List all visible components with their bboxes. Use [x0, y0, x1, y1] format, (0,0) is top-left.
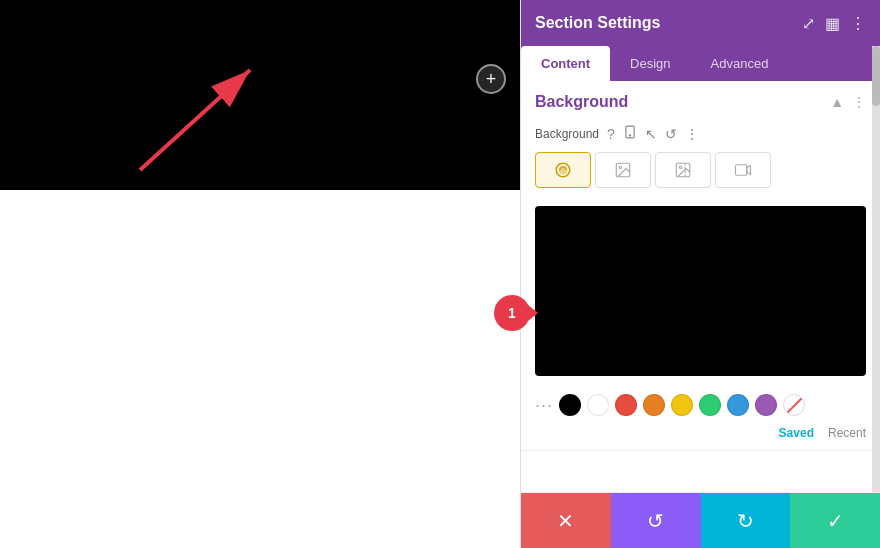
- swatch-black[interactable]: [559, 394, 581, 416]
- tab-design[interactable]: Design: [610, 46, 690, 81]
- saved-tab[interactable]: Saved: [779, 426, 814, 440]
- tab-content[interactable]: Content: [521, 46, 610, 81]
- bg-type-image-button[interactable]: [595, 152, 651, 188]
- panel-header: Section Settings ⤢ ▦ ⋮: [521, 0, 880, 46]
- swatches-row: ···: [521, 384, 880, 426]
- confirm-button[interactable]: ✓: [790, 493, 880, 548]
- bg-row-more-icon[interactable]: ⋮: [685, 126, 699, 142]
- cursor-icon[interactable]: ↖: [645, 126, 657, 142]
- swatch-purple[interactable]: [755, 394, 777, 416]
- background-section: Background ▲ ⋮ Background ? ↖ ↺ ⋮: [521, 81, 880, 451]
- bg-type-gradient-button[interactable]: [655, 152, 711, 188]
- background-section-title: Background: [535, 93, 628, 111]
- redo-button[interactable]: ↻: [701, 493, 791, 548]
- panel-header-icons: ⤢ ▦ ⋮: [802, 14, 866, 33]
- background-row: Background ? ↖ ↺ ⋮: [521, 119, 880, 148]
- columns-icon[interactable]: ▦: [825, 14, 840, 33]
- svg-point-5: [619, 166, 621, 168]
- color-preview[interactable]: [535, 206, 866, 376]
- cancel-button[interactable]: ✕: [521, 493, 611, 548]
- recent-tab[interactable]: Recent: [828, 426, 866, 440]
- canvas-bottom-section: [0, 190, 520, 548]
- panel-scrollbar[interactable]: [872, 46, 880, 492]
- step-badge-number: 1: [494, 295, 530, 331]
- panel-footer: ✕ ↺ ↻ ✓: [521, 492, 880, 548]
- section-settings-panel: Section Settings ⤢ ▦ ⋮ Content Design Ad…: [520, 0, 880, 548]
- phone-icon[interactable]: [623, 125, 637, 142]
- saved-recent-row: Saved Recent: [521, 426, 880, 450]
- panel-tabs: Content Design Advanced: [521, 46, 880, 81]
- background-section-header: Background ▲ ⋮: [521, 81, 880, 119]
- undo-small-icon[interactable]: ↺: [665, 126, 677, 142]
- collapse-icon[interactable]: ▲: [830, 94, 844, 110]
- svg-point-7: [679, 166, 681, 168]
- tab-advanced[interactable]: Advanced: [691, 46, 789, 81]
- background-type-buttons: [521, 148, 880, 198]
- panel-content: Background ▲ ⋮ Background ? ↖ ↺ ⋮: [521, 81, 880, 492]
- swatch-green[interactable]: [699, 394, 721, 416]
- canvas-area: +: [0, 0, 520, 548]
- arrow-annotation: [130, 60, 280, 180]
- more-swatches-dots[interactable]: ···: [535, 395, 553, 416]
- svg-point-3: [629, 135, 630, 136]
- swatch-orange[interactable]: [643, 394, 665, 416]
- canvas-top-section: +: [0, 0, 520, 190]
- svg-line-1: [140, 70, 250, 170]
- step-badge: 1: [494, 295, 530, 331]
- swatch-red[interactable]: [615, 394, 637, 416]
- more-icon[interactable]: ⋮: [850, 14, 866, 33]
- swatch-white[interactable]: [587, 394, 609, 416]
- undo-button[interactable]: ↺: [611, 493, 701, 548]
- swatch-none[interactable]: [783, 394, 805, 416]
- swatch-blue[interactable]: [727, 394, 749, 416]
- expand-icon[interactable]: ⤢: [802, 14, 815, 33]
- swatch-yellow[interactable]: [671, 394, 693, 416]
- svg-rect-8: [736, 165, 747, 176]
- help-icon[interactable]: ?: [607, 126, 615, 142]
- bg-type-video-button[interactable]: [715, 152, 771, 188]
- section-more-icon[interactable]: ⋮: [852, 94, 866, 110]
- section-header-actions: ▲ ⋮: [830, 94, 866, 110]
- bg-type-color-button[interactable]: [535, 152, 591, 188]
- scrollbar-thumb: [872, 46, 880, 106]
- panel-title: Section Settings: [535, 14, 660, 32]
- background-label: Background: [535, 127, 599, 141]
- add-section-button[interactable]: +: [476, 64, 506, 94]
